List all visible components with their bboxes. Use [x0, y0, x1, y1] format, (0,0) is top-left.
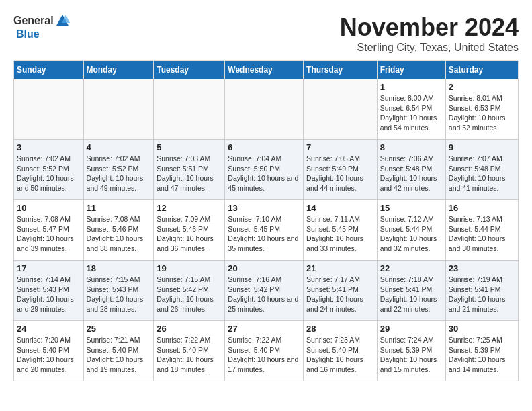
day-number: 27: [228, 324, 300, 334]
calendar-cell: 10Sunrise: 7:08 AM Sunset: 5:47 PM Dayli…: [14, 200, 84, 261]
day-number: 21: [306, 263, 374, 273]
calendar-body: 1Sunrise: 8:00 AM Sunset: 6:54 PM Daylig…: [14, 79, 519, 381]
calendar-cell: 29Sunrise: 7:24 AM Sunset: 5:39 PM Dayli…: [377, 321, 445, 381]
day-number: 9: [449, 142, 515, 152]
calendar-cell: 20Sunrise: 7:16 AM Sunset: 5:42 PM Dayli…: [225, 261, 304, 321]
weekday-header-saturday: Saturday: [445, 61, 518, 79]
day-number: 2: [449, 82, 515, 92]
weekday-header-sunday: Sunday: [14, 61, 84, 79]
day-info: Sunrise: 7:11 AM Sunset: 5:45 PM Dayligh…: [306, 214, 374, 254]
day-info: Sunrise: 7:08 AM Sunset: 5:47 PM Dayligh…: [17, 214, 81, 254]
calendar-cell: 7Sunrise: 7:05 AM Sunset: 5:49 PM Daylig…: [304, 140, 378, 200]
day-number: 6: [228, 142, 300, 152]
day-info: Sunrise: 7:08 AM Sunset: 5:46 PM Dayligh…: [87, 214, 151, 254]
day-number: 15: [380, 203, 443, 213]
calendar-cell: 15Sunrise: 7:12 AM Sunset: 5:44 PM Dayli…: [377, 200, 445, 261]
day-info: Sunrise: 8:01 AM Sunset: 6:53 PM Dayligh…: [449, 93, 515, 133]
calendar-cell: 19Sunrise: 7:15 AM Sunset: 5:42 PM Dayli…: [154, 261, 225, 321]
day-info: Sunrise: 7:07 AM Sunset: 5:48 PM Dayligh…: [449, 154, 515, 193]
calendar-cell: 22Sunrise: 7:18 AM Sunset: 5:41 PM Dayli…: [377, 261, 445, 321]
day-info: Sunrise: 7:24 AM Sunset: 5:39 PM Dayligh…: [380, 335, 443, 375]
day-info: Sunrise: 7:09 AM Sunset: 5:46 PM Dayligh…: [157, 214, 222, 254]
calendar-header: SundayMondayTuesdayWednesdayThursdayFrid…: [14, 61, 519, 79]
calendar-cell: 28Sunrise: 7:23 AM Sunset: 5:40 PM Dayli…: [304, 321, 378, 381]
logo-icon: [55, 13, 70, 28]
day-number: 14: [306, 203, 374, 213]
calendar-cell: [14, 79, 84, 140]
calendar-cell: 21Sunrise: 7:17 AM Sunset: 5:41 PM Dayli…: [304, 261, 378, 321]
weekday-header-thursday: Thursday: [304, 61, 378, 79]
calendar-week-row: 17Sunrise: 7:14 AM Sunset: 5:43 PM Dayli…: [14, 261, 519, 321]
calendar-cell: 1Sunrise: 8:00 AM Sunset: 6:54 PM Daylig…: [377, 79, 445, 140]
day-number: 25: [87, 324, 151, 334]
calendar-cell: 9Sunrise: 7:07 AM Sunset: 5:48 PM Daylig…: [445, 140, 518, 200]
day-number: 17: [17, 263, 81, 273]
calendar-cell: 30Sunrise: 7:25 AM Sunset: 5:39 PM Dayli…: [445, 321, 518, 381]
weekday-header-monday: Monday: [83, 61, 154, 79]
logo-general-text: General: [13, 15, 54, 27]
logo: General Blue: [13, 13, 71, 40]
weekday-header-wednesday: Wednesday: [225, 61, 304, 79]
day-number: 18: [87, 263, 151, 273]
calendar-cell: 17Sunrise: 7:14 AM Sunset: 5:43 PM Dayli…: [14, 261, 84, 321]
calendar-cell: 4Sunrise: 7:02 AM Sunset: 5:52 PM Daylig…: [83, 140, 154, 200]
calendar-cell: 16Sunrise: 7:13 AM Sunset: 5:44 PM Dayli…: [445, 200, 518, 261]
calendar-cell: [225, 79, 304, 140]
calendar-week-row: 3Sunrise: 7:02 AM Sunset: 5:52 PM Daylig…: [14, 140, 519, 200]
calendar-week-row: 24Sunrise: 7:20 AM Sunset: 5:40 PM Dayli…: [14, 321, 519, 381]
day-info: Sunrise: 7:23 AM Sunset: 5:40 PM Dayligh…: [306, 335, 374, 375]
calendar-week-row: 1Sunrise: 8:00 AM Sunset: 6:54 PM Daylig…: [14, 79, 519, 140]
day-number: 3: [17, 142, 81, 152]
day-info: Sunrise: 8:00 AM Sunset: 6:54 PM Dayligh…: [380, 93, 443, 133]
day-number: 8: [380, 142, 443, 152]
day-number: 26: [157, 324, 222, 334]
calendar-table: SundayMondayTuesdayWednesdayThursdayFrid…: [13, 60, 519, 381]
calendar-cell: [304, 79, 378, 140]
calendar-cell: 13Sunrise: 7:10 AM Sunset: 5:45 PM Dayli…: [225, 200, 304, 261]
day-info: Sunrise: 7:16 AM Sunset: 5:42 PM Dayligh…: [228, 275, 300, 314]
calendar-cell: 8Sunrise: 7:06 AM Sunset: 5:48 PM Daylig…: [377, 140, 445, 200]
day-number: 7: [306, 142, 374, 152]
day-number: 20: [228, 263, 300, 273]
day-info: Sunrise: 7:10 AM Sunset: 5:45 PM Dayligh…: [228, 214, 300, 254]
day-number: 12: [157, 203, 222, 213]
day-number: 4: [87, 142, 151, 152]
day-info: Sunrise: 7:22 AM Sunset: 5:40 PM Dayligh…: [157, 335, 222, 375]
day-info: Sunrise: 7:05 AM Sunset: 5:49 PM Dayligh…: [306, 154, 374, 193]
title-area: November 2024 Sterling City, Texas, Unit…: [340, 13, 519, 54]
day-number: 10: [17, 203, 81, 213]
calendar-cell: 14Sunrise: 7:11 AM Sunset: 5:45 PM Dayli…: [304, 200, 378, 261]
day-info: Sunrise: 7:02 AM Sunset: 5:52 PM Dayligh…: [17, 154, 81, 193]
day-info: Sunrise: 7:13 AM Sunset: 5:44 PM Dayligh…: [449, 214, 515, 254]
day-info: Sunrise: 7:21 AM Sunset: 5:40 PM Dayligh…: [87, 335, 151, 375]
logo-blue-text: Blue: [16, 28, 40, 40]
calendar-cell: 5Sunrise: 7:03 AM Sunset: 5:51 PM Daylig…: [154, 140, 225, 200]
day-info: Sunrise: 7:17 AM Sunset: 5:41 PM Dayligh…: [306, 275, 374, 314]
day-info: Sunrise: 7:06 AM Sunset: 5:48 PM Dayligh…: [380, 154, 443, 193]
day-number: 24: [17, 324, 81, 334]
day-info: Sunrise: 7:19 AM Sunset: 5:41 PM Dayligh…: [449, 275, 515, 314]
day-info: Sunrise: 7:20 AM Sunset: 5:40 PM Dayligh…: [17, 335, 81, 375]
day-info: Sunrise: 7:15 AM Sunset: 5:43 PM Dayligh…: [87, 275, 151, 314]
day-info: Sunrise: 7:18 AM Sunset: 5:41 PM Dayligh…: [380, 275, 443, 314]
day-number: 11: [87, 203, 151, 213]
calendar-week-row: 10Sunrise: 7:08 AM Sunset: 5:47 PM Dayli…: [14, 200, 519, 261]
weekday-header-friday: Friday: [377, 61, 445, 79]
calendar-cell: 26Sunrise: 7:22 AM Sunset: 5:40 PM Dayli…: [154, 321, 225, 381]
calendar-cell: [154, 79, 225, 140]
calendar-cell: 23Sunrise: 7:19 AM Sunset: 5:41 PM Dayli…: [445, 261, 518, 321]
day-info: Sunrise: 7:03 AM Sunset: 5:51 PM Dayligh…: [157, 154, 222, 193]
day-info: Sunrise: 7:04 AM Sunset: 5:50 PM Dayligh…: [228, 154, 300, 193]
day-info: Sunrise: 7:22 AM Sunset: 5:40 PM Dayligh…: [228, 335, 300, 375]
month-title: November 2024: [340, 13, 519, 42]
calendar-cell: 25Sunrise: 7:21 AM Sunset: 5:40 PM Dayli…: [83, 321, 154, 381]
day-info: Sunrise: 7:12 AM Sunset: 5:44 PM Dayligh…: [380, 214, 443, 254]
day-number: 16: [449, 203, 515, 213]
weekday-header-tuesday: Tuesday: [154, 61, 225, 79]
day-info: Sunrise: 7:15 AM Sunset: 5:42 PM Dayligh…: [157, 275, 222, 314]
calendar-cell: 2Sunrise: 8:01 AM Sunset: 6:53 PM Daylig…: [445, 79, 518, 140]
day-info: Sunrise: 7:25 AM Sunset: 5:39 PM Dayligh…: [449, 335, 515, 375]
day-number: 19: [157, 263, 222, 273]
day-number: 22: [380, 263, 443, 273]
calendar-cell: 11Sunrise: 7:08 AM Sunset: 5:46 PM Dayli…: [83, 200, 154, 261]
